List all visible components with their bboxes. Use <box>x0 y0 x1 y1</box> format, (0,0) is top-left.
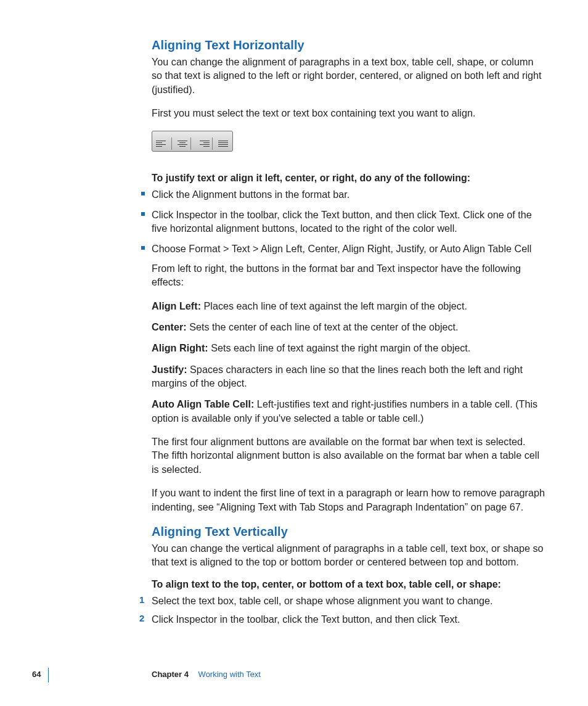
definition: Auto Align Table Cell: Left-justifies te… <box>152 397 545 425</box>
list-item: Select the text box, table cell, or shap… <box>152 594 545 607</box>
instruction-lead: To justify text or align it left, center… <box>152 173 545 184</box>
heading-align-horizontal: Aligning Text Horizontally <box>152 38 545 52</box>
chapter-line: Chapter 4 Working with Text <box>152 670 261 679</box>
chapter-title: Working with Text <box>198 670 261 679</box>
align-center-icon[interactable] <box>174 138 191 150</box>
instruction-lead: To align text to the top, center, or bot… <box>152 579 545 590</box>
align-justify-icon[interactable] <box>215 138 231 150</box>
footer-divider <box>48 668 49 683</box>
paragraph: If you want to indent the first line of … <box>152 486 545 514</box>
definition: Align Left: Places each line of text aga… <box>152 299 545 313</box>
list-item: Click Inspector in the toolbar, click th… <box>152 612 545 626</box>
alignment-toolbar <box>152 131 233 152</box>
align-left-icon[interactable] <box>153 138 172 150</box>
list-item: Click Inspector in the toolbar, click th… <box>152 208 545 236</box>
definition: Center: Sets the center of each line of … <box>152 320 545 334</box>
page-number: 64 <box>32 670 41 679</box>
list-item: Choose Format > Text > Align Left, Cente… <box>152 242 545 255</box>
page: Aligning Text Horizontally You can chang… <box>0 0 588 706</box>
paragraph: You can change the vertical alignment of… <box>152 541 545 569</box>
paragraph: The first four alignment buttons are ava… <box>152 435 545 476</box>
chapter-label: Chapter 4 <box>152 670 189 679</box>
definition: Align Right: Sets each line of text agai… <box>152 341 545 355</box>
numbered-steps: Select the text box, table cell, or shap… <box>152 594 545 626</box>
paragraph: First you must select the text or text b… <box>152 106 545 120</box>
paragraph: From left to right, the buttons in the f… <box>152 261 545 289</box>
bullet-list: Click the Alignment buttons in the forma… <box>152 187 545 255</box>
list-item: Click the Alignment buttons in the forma… <box>152 187 545 201</box>
align-right-icon[interactable] <box>194 138 213 150</box>
paragraph: You can change the alignment of paragrap… <box>152 55 545 96</box>
heading-align-vertical: Aligning Text Vertically <box>152 525 545 539</box>
main-content: Aligning Text Horizontally You can chang… <box>152 38 545 631</box>
definition: Justify: Spaces characters in each line … <box>152 363 545 390</box>
